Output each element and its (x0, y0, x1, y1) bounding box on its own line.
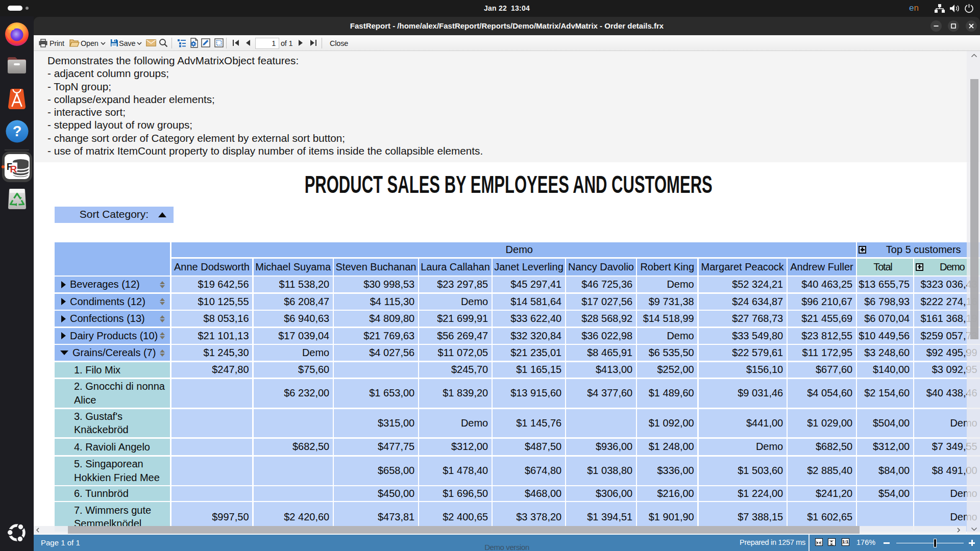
svg-text:?: ? (13, 123, 22, 139)
svg-text:R: R (10, 164, 17, 174)
